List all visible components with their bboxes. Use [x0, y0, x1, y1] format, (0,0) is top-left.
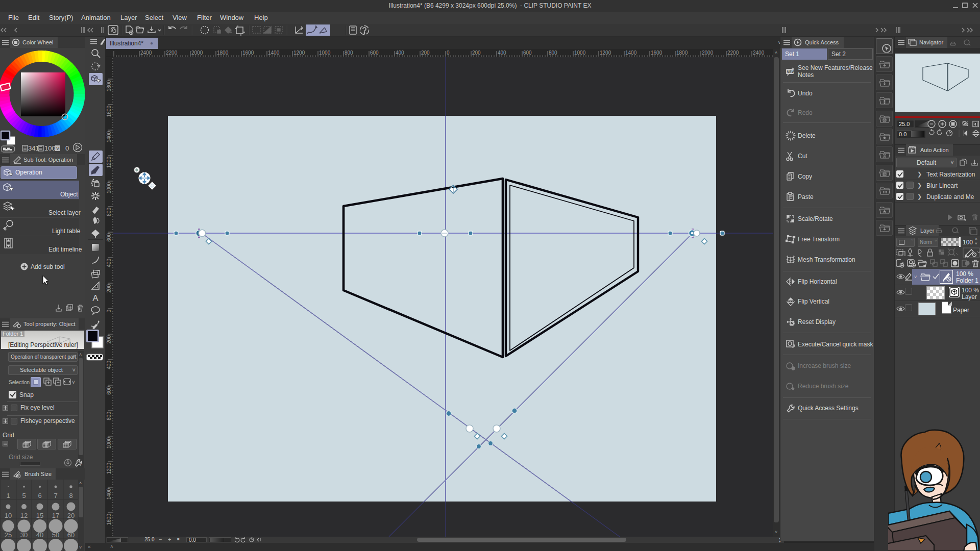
svg-text:1200: 1200 — [600, 50, 611, 56]
svg-text:600: 600 — [106, 386, 112, 395]
svg-text:800: 800 — [106, 208, 112, 216]
svg-text:1400: 1400 — [106, 131, 112, 143]
svg-text:341: 341 — [28, 144, 39, 152]
svg-text:7: 7 — [54, 492, 57, 499]
svg-text:1800: 1800 — [217, 50, 229, 56]
svg-text:800: 800 — [106, 412, 112, 420]
svg-text:200: 200 — [421, 50, 430, 56]
svg-text:1200: 1200 — [106, 463, 112, 474]
svg-text:1200: 1200 — [106, 157, 112, 168]
svg-text:A: A — [92, 293, 99, 303]
svg-text:NEW: NEW — [787, 70, 795, 73]
svg-text:V: V — [56, 146, 59, 151]
svg-text:2200: 2200 — [166, 50, 178, 56]
svg-text:1400: 1400 — [625, 50, 637, 56]
svg-text:1000: 1000 — [106, 437, 112, 449]
svg-text:1000: 1000 — [106, 182, 112, 194]
svg-text:1400: 1400 — [268, 50, 280, 56]
svg-text:10: 10 — [5, 512, 12, 519]
svg-text:100: 100 — [44, 144, 56, 152]
svg-text:200: 200 — [106, 335, 112, 344]
svg-text:600: 600 — [106, 233, 112, 242]
svg-text:0: 0 — [106, 310, 112, 313]
svg-text:1400: 1400 — [106, 488, 112, 500]
svg-text:1: 1 — [6, 492, 10, 499]
svg-text:1600: 1600 — [242, 50, 254, 56]
svg-text:400: 400 — [396, 50, 404, 56]
svg-text:200: 200 — [106, 284, 112, 293]
svg-text:8: 8 — [69, 492, 72, 499]
svg-text:1200: 1200 — [293, 50, 305, 56]
svg-text:1800: 1800 — [106, 80, 112, 92]
svg-text:2200: 2200 — [727, 50, 739, 56]
svg-text:200: 200 — [472, 50, 481, 56]
svg-text:40: 40 — [36, 531, 43, 539]
svg-text:1800: 1800 — [676, 50, 688, 56]
svg-text:1600: 1600 — [651, 50, 663, 56]
svg-text:1000: 1000 — [574, 50, 586, 56]
svg-text:12: 12 — [20, 512, 28, 519]
svg-text:600: 600 — [370, 50, 379, 56]
svg-text:1600: 1600 — [106, 514, 112, 525]
svg-text:800: 800 — [549, 50, 557, 56]
svg-text:5: 5 — [22, 492, 26, 499]
svg-text:400: 400 — [498, 50, 506, 56]
svg-text:15: 15 — [36, 512, 43, 519]
svg-text:600: 600 — [523, 50, 532, 56]
svg-text:400: 400 — [106, 259, 112, 267]
svg-text:800: 800 — [345, 50, 353, 56]
svg-text:400: 400 — [106, 361, 112, 369]
svg-text:6: 6 — [38, 492, 41, 499]
svg-text:2400: 2400 — [753, 50, 765, 56]
svg-text:2000: 2000 — [702, 50, 714, 56]
svg-text:17: 17 — [52, 512, 59, 519]
svg-text:0: 0 — [65, 144, 69, 152]
svg-text:1000: 1000 — [319, 50, 331, 56]
svg-text:2400: 2400 — [140, 50, 152, 56]
svg-text:30: 30 — [20, 531, 28, 539]
svg-text:50: 50 — [52, 531, 59, 539]
svg-text:0: 0 — [447, 50, 450, 56]
svg-text:60: 60 — [67, 531, 75, 539]
svg-text:1600: 1600 — [106, 106, 112, 117]
svg-text:20: 20 — [67, 512, 75, 519]
svg-text:25: 25 — [5, 531, 12, 539]
svg-text:2000: 2000 — [191, 50, 203, 56]
